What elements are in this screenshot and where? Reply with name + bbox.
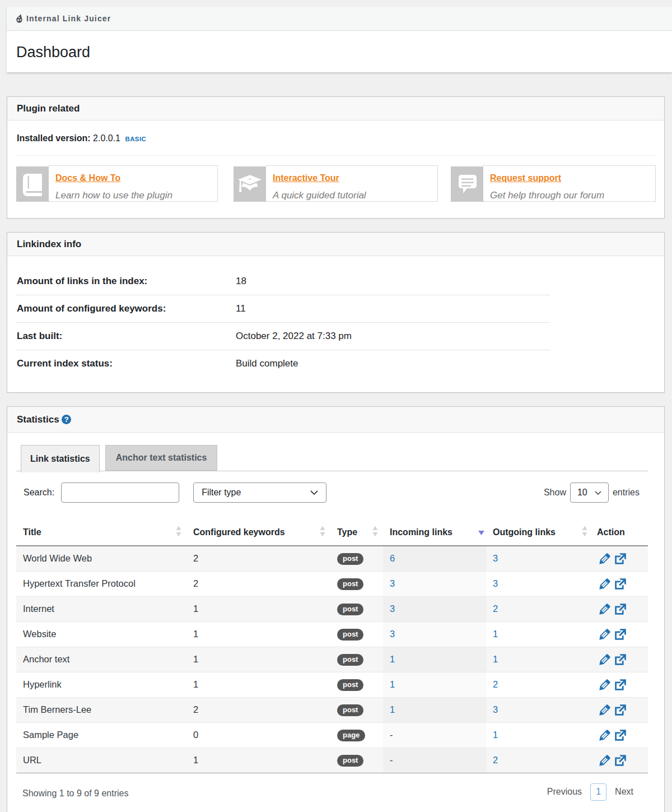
svg-text:?: ? <box>64 415 68 424</box>
